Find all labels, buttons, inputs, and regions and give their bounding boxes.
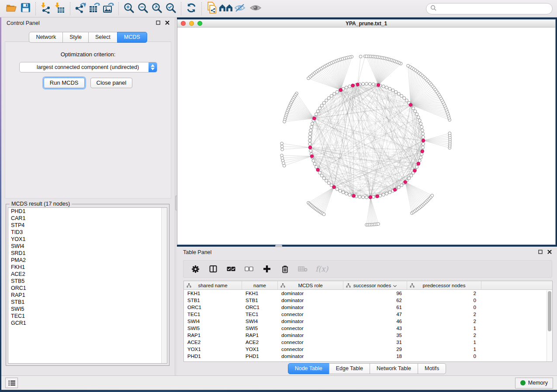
network-node[interactable] bbox=[400, 184, 403, 187]
float-panel-icon[interactable] bbox=[156, 20, 160, 26]
network-node[interactable] bbox=[309, 149, 312, 152]
deselect-all-button[interactable] bbox=[244, 264, 254, 274]
column-header-MCDS-role[interactable]: MCDS role bbox=[278, 281, 343, 289]
delete-table-button[interactable] bbox=[298, 264, 308, 274]
tab-network[interactable]: Network bbox=[29, 32, 63, 43]
network-node[interactable] bbox=[408, 177, 411, 180]
tab-mcds[interactable]: MCDS bbox=[117, 32, 147, 43]
copy-network-button[interactable] bbox=[205, 2, 219, 16]
network-node[interactable] bbox=[336, 188, 339, 191]
run-mcds-button[interactable]: Run MCDS bbox=[44, 78, 85, 88]
network-node[interactable] bbox=[327, 96, 330, 100]
network-node[interactable] bbox=[377, 223, 380, 226]
network-node[interactable] bbox=[431, 194, 434, 197]
mcds-result-item[interactable]: SWI5 bbox=[8, 306, 167, 313]
network-node[interactable] bbox=[345, 192, 348, 195]
mcds-hub-node[interactable] bbox=[308, 146, 312, 149]
network-node[interactable] bbox=[316, 110, 319, 113]
network-node[interactable] bbox=[330, 94, 333, 97]
column-header-successor-nodes[interactable]: successor nodes bbox=[343, 281, 407, 289]
network-node[interactable] bbox=[339, 189, 342, 193]
column-header-shared-name[interactable]: shared name bbox=[184, 281, 242, 289]
network-node[interactable] bbox=[336, 90, 339, 93]
close-panel-button[interactable]: Close panel bbox=[90, 78, 133, 88]
network-node[interactable] bbox=[403, 96, 406, 100]
table-row[interactable]: ORC1ORC1dominator610 bbox=[184, 304, 552, 311]
network-node[interactable] bbox=[415, 165, 419, 168]
network-node[interactable] bbox=[359, 55, 362, 58]
mcds-list-scrollbar[interactable] bbox=[161, 208, 167, 363]
mcds-hub-node[interactable] bbox=[422, 139, 425, 142]
network-node[interactable] bbox=[308, 132, 311, 135]
select-all-button[interactable] bbox=[226, 264, 236, 274]
network-node[interactable] bbox=[421, 129, 424, 132]
network-node[interactable] bbox=[327, 182, 330, 185]
close-panel-icon[interactable] bbox=[547, 249, 552, 255]
import-table-button[interactable] bbox=[53, 2, 67, 16]
mcds-hub-node[interactable] bbox=[332, 186, 336, 189]
mcds-result-item[interactable]: YOX1 bbox=[8, 236, 167, 243]
network-node[interactable] bbox=[419, 156, 422, 159]
mcds-hub-node[interactable] bbox=[421, 150, 424, 153]
network-node[interactable] bbox=[420, 125, 423, 128]
network-node[interactable] bbox=[397, 93, 400, 96]
tab-node-table[interactable]: Node Table bbox=[288, 363, 329, 374]
refresh-layout-button[interactable] bbox=[184, 2, 198, 16]
mcds-result-item[interactable]: ACE2 bbox=[8, 271, 167, 278]
import-network-button[interactable] bbox=[39, 2, 53, 16]
mcds-hub-node[interactable] bbox=[339, 88, 343, 92]
network-node[interactable] bbox=[311, 122, 314, 125]
network-node[interactable] bbox=[333, 93, 336, 96]
network-canvas[interactable] bbox=[177, 28, 555, 244]
table-row[interactable]: ACE2ACE2connector311 bbox=[184, 339, 552, 346]
table-row[interactable]: YOX1YOX1connector291 bbox=[184, 346, 552, 353]
float-panel-icon[interactable] bbox=[538, 249, 543, 255]
network-node[interactable] bbox=[312, 159, 315, 162]
network-node[interactable] bbox=[342, 191, 345, 194]
table-scrollbar-thumb[interactable] bbox=[548, 291, 551, 331]
home-pair-button[interactable] bbox=[219, 2, 233, 16]
mcds-hub-node[interactable] bbox=[316, 168, 320, 172]
network-node[interactable] bbox=[415, 113, 419, 116]
network-node[interactable] bbox=[320, 104, 323, 107]
network-node[interactable] bbox=[405, 99, 408, 102]
mcds-hub-node[interactable] bbox=[313, 117, 316, 120]
mcds-result-item[interactable]: SRD1 bbox=[8, 250, 167, 257]
mcds-hub-node[interactable] bbox=[352, 194, 356, 198]
mcds-result-item[interactable]: STP4 bbox=[8, 222, 167, 229]
delete-column-button[interactable] bbox=[280, 264, 290, 274]
mcds-result-item[interactable]: PHD1 bbox=[8, 208, 167, 215]
save-session-button[interactable] bbox=[18, 2, 32, 16]
function-builder-button[interactable]: f(x) bbox=[315, 265, 328, 273]
mcds-result-item[interactable]: STB1 bbox=[8, 299, 167, 306]
network-node[interactable] bbox=[308, 136, 311, 139]
tab-motifs[interactable]: Motifs bbox=[418, 363, 446, 374]
horizontal-splitter-handle[interactable] bbox=[275, 245, 282, 247]
mcds-result-item[interactable]: FKH1 bbox=[8, 264, 167, 271]
network-node[interactable] bbox=[308, 142, 311, 145]
network-node[interactable] bbox=[388, 87, 391, 90]
column-header-predecessor-nodes[interactable]: predecessor nodes bbox=[407, 281, 481, 289]
table-settings-button[interactable] bbox=[190, 264, 201, 274]
network-window-titlebar[interactable]: YPA_prune.txt_1 bbox=[177, 20, 555, 28]
network-node[interactable] bbox=[400, 94, 403, 97]
network-node[interactable] bbox=[365, 196, 368, 199]
network-node[interactable] bbox=[419, 122, 422, 125]
memory-button[interactable]: Memory bbox=[515, 378, 553, 389]
table-scrollbar[interactable] bbox=[547, 290, 552, 361]
network-node[interactable] bbox=[318, 171, 322, 174]
network-node[interactable] bbox=[325, 179, 328, 182]
table-row[interactable]: STB1STB1dominator620 bbox=[184, 297, 552, 304]
network-node[interactable] bbox=[365, 83, 368, 86]
network-node[interactable] bbox=[391, 89, 394, 92]
network-node[interactable] bbox=[309, 129, 312, 132]
network-node[interactable] bbox=[283, 164, 286, 167]
network-node[interactable] bbox=[388, 191, 391, 194]
network-node[interactable] bbox=[280, 145, 284, 148]
column-header-name[interactable]: name bbox=[242, 281, 278, 289]
network-node[interactable] bbox=[385, 86, 388, 89]
network-node[interactable] bbox=[422, 132, 425, 135]
zoom-in-button[interactable] bbox=[122, 2, 136, 16]
network-node[interactable] bbox=[407, 64, 410, 67]
network-node[interactable] bbox=[348, 193, 351, 196]
